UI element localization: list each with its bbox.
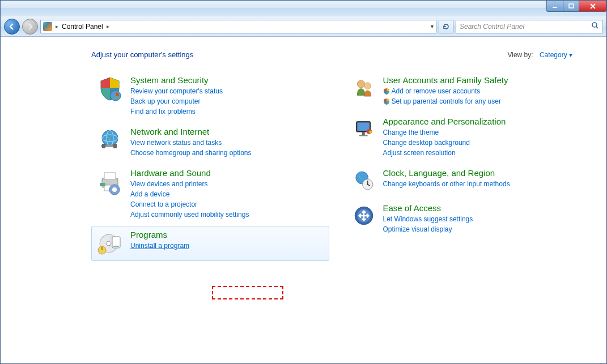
page-title: Adjust your computer's settings [91,50,193,59]
link-view-devices-and-printers[interactable]: View devices and printers [130,179,249,189]
close-button[interactable] [579,1,606,12]
view-by-control: View by: Category ▾ [507,51,572,59]
categories-container: System and Security Review your computer… [1,66,606,269]
shield-icon [96,75,124,102]
globe-icon [96,127,124,154]
link-change-keyboards-or-other-input-methods[interactable]: Change keyboards or other input methods [383,179,510,189]
forward-button[interactable] [22,19,38,35]
users-icon [351,75,376,100]
category-title[interactable]: Network and Internet [130,127,251,136]
category-text: Clock, Language, and Region Change keybo… [383,168,510,193]
uac-shield-icon [383,87,390,94]
link-change-the-theme[interactable]: Change the theme [383,127,506,138]
categories-left-column: System and Security Review your computer… [91,71,329,263]
category-text: User Accounts and Family Safety Add or r… [383,75,508,106]
category-system-and-security[interactable]: System and Security Review your computer… [91,71,329,121]
category-programs[interactable]: Programs Uninstall a program [91,226,329,261]
category-title[interactable]: Programs [130,230,189,239]
category-title[interactable]: Hardware and Sound [130,168,249,178]
link-set-up-parental-controls-for-any-user[interactable]: Set up parental controls for any user [383,96,508,106]
category-title[interactable]: Ease of Access [383,203,473,213]
breadcrumb-root[interactable]: Control Panel [62,23,103,31]
link-optimize-visual-display[interactable]: Optimize visual display [383,224,473,234]
svg-rect-0 [553,7,557,8]
category-network-and-internet[interactable]: Network and Internet View network status… [91,123,329,162]
disc-icon [96,230,124,257]
minimize-button[interactable] [546,1,563,12]
chevron-right-icon[interactable]: ▸ [107,23,109,29]
svg-rect-1 [569,4,574,8]
clock-icon [351,168,376,193]
link-uninstall-a-program[interactable]: Uninstall a program [130,241,189,251]
view-by-label: View by: [507,51,533,59]
category-text: Hardware and Sound View devices and prin… [130,168,249,220]
search-input[interactable]: Search Control Panel [456,20,603,33]
chevron-right-icon[interactable]: ▸ [56,23,58,29]
category-clock-language-and-region[interactable]: Clock, Language, and Region Change keybo… [346,164,584,197]
highlight-annotation [212,286,283,299]
navigation-bar: ▸ Control Panel ▸ ▼ Search Control Panel [1,16,606,37]
control-panel-icon [43,22,52,31]
link-find-and-fix-problems[interactable]: Find and fix problems [130,106,223,117]
category-text: Ease of Access Let Windows suggest setti… [383,203,473,234]
category-text: Programs Uninstall a program [130,230,189,257]
category-title[interactable]: Clock, Language, and Region [383,168,510,178]
refresh-button[interactable] [439,20,453,33]
category-ease-of-access[interactable]: Ease of Access Let Windows suggest setti… [346,199,584,238]
link-view-network-status-and-tasks[interactable]: View network status and tasks [130,138,251,148]
category-title[interactable]: Appearance and Personalization [383,117,506,126]
address-dropdown-icon[interactable]: ▼ [430,24,435,29]
ease-icon [351,203,376,228]
link-add-or-remove-user-accounts[interactable]: Add or remove user accounts [383,86,508,96]
view-by-dropdown[interactable]: Category ▾ [540,51,572,59]
search-placeholder: Search Control Panel [460,23,524,31]
category-hardware-and-sound[interactable]: Hardware and Sound View devices and prin… [91,164,329,224]
link-adjust-screen-resolution[interactable]: Adjust screen resolution [383,148,506,158]
category-text: Appearance and Personalization Change th… [383,117,506,158]
control-panel-window: ▸ Control Panel ▸ ▼ Search Control Panel… [0,0,607,364]
link-connect-to-a-projector[interactable]: Connect to a projector [130,199,249,209]
titlebar[interactable] [1,1,606,16]
category-title[interactable]: User Accounts and Family Safety [383,75,508,85]
link-let-windows-suggest-settings[interactable]: Let Windows suggest settings [383,214,473,224]
link-back-up-your-computer[interactable]: Back up your computer [130,96,223,106]
back-button[interactable] [4,19,20,35]
category-appearance-and-personalization[interactable]: Appearance and Personalization Change th… [346,113,584,162]
category-title[interactable]: System and Security [130,75,223,85]
category-user-accounts-and-family-safety[interactable]: User Accounts and Family Safety Add or r… [346,71,584,110]
uac-shield-icon [383,97,390,104]
link-choose-homegroup-and-sharing-options[interactable]: Choose homegroup and sharing options [130,148,251,158]
svg-point-2 [592,23,597,27]
window-controls [546,1,606,12]
address-bar[interactable]: ▸ Control Panel ▸ ▼ [40,20,436,33]
printer-icon [96,168,124,195]
page-header: Adjust your computer's settings View by:… [1,37,606,66]
category-text: System and Security Review your computer… [130,75,223,117]
category-text: Network and Internet View network status… [130,127,251,158]
link-review-your-computer-s-status[interactable]: Review your computer's status [130,86,223,96]
link-change-desktop-background[interactable]: Change desktop background [383,138,506,148]
monitor-icon [351,117,376,142]
link-adjust-commonly-used-mobility-settings[interactable]: Adjust commonly used mobility settings [130,209,249,220]
categories-right-column: User Accounts and Family Safety Add or r… [346,71,584,263]
link-add-a-device[interactable]: Add a device [130,189,249,199]
maximize-button[interactable] [563,1,579,12]
search-icon[interactable] [591,22,599,31]
